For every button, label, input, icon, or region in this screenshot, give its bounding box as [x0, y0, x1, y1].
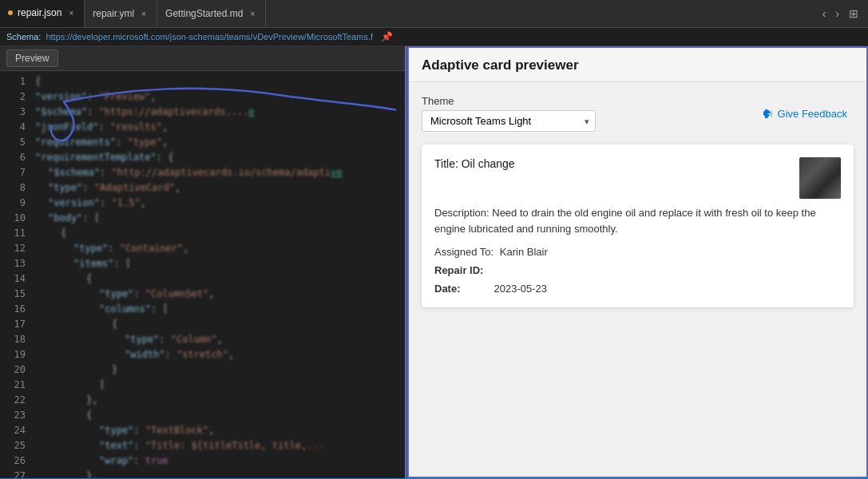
tab-label: repair.yml: [93, 8, 134, 19]
preview-panel-title: Adaptive card previewer: [422, 57, 579, 73]
card-date-value: 2023-05-23: [494, 283, 548, 295]
tab-close-button[interactable]: ×: [248, 9, 257, 19]
card-repair-id-label: Repair ID:: [434, 264, 483, 276]
theme-select-container: Microsoft Teams Light Microsoft Teams Da…: [422, 110, 596, 132]
tab-getting-started[interactable]: GettingStarted.md ×: [157, 0, 266, 27]
theme-label: Theme: [422, 95, 596, 107]
tab-bar: repair.json × repair.yml × GettingStarte…: [0, 0, 868, 28]
code-container: 12345 678910 1112131415 1617181920 21222…: [0, 71, 406, 478]
preview-panel-body: Theme Microsoft Teams Light Microsoft Te…: [409, 82, 866, 477]
tab-close-button[interactable]: ×: [66, 8, 76, 18]
preview-button[interactable]: Preview: [6, 49, 58, 67]
schema-label: Schema:: [6, 32, 41, 42]
card-assigned-to-label: Assigned To:: [434, 246, 493, 258]
scroll-left-icon[interactable]: ◂: [16, 478, 20, 479]
card-thumbnail-image: [799, 157, 841, 199]
schema-pin-icon[interactable]: 📌: [381, 31, 393, 42]
preview-panel-header: Adaptive card previewer: [409, 48, 866, 82]
card-date-label: Date:: [434, 283, 461, 295]
card-title: Title: Oil change: [434, 157, 790, 170]
split-editor-icon[interactable]: ⊞: [846, 6, 862, 22]
editor-toolbar: Preview: [0, 46, 406, 71]
feedback-label: Give Feedback: [778, 108, 847, 120]
feedback-icon: 🗣: [762, 107, 774, 121]
tab-actions: ‹ › ⊞: [819, 6, 868, 22]
split-container: Preview 12345 678910 1112131415 16171819…: [0, 46, 868, 478]
card-description: Description: Need to drain the old engin…: [434, 205, 841, 236]
tab-repair-yml[interactable]: repair.yml ×: [85, 0, 157, 27]
card-assigned-to-value: Karin Blair: [500, 246, 548, 258]
line-numbers: 12345 678910 1112131415 1617181920 21222…: [0, 71, 32, 478]
card-header-row: Title: Oil change: [434, 157, 841, 199]
editor-right-border: [405, 46, 406, 478]
give-feedback-button[interactable]: 🗣 Give Feedback: [755, 104, 854, 124]
card-repair-id-row: Repair ID:: [434, 264, 841, 276]
code-content[interactable]: { "version": "Preview", "$schema": "http…: [32, 71, 406, 478]
schema-url[interactable]: https://developer.microsoft.com/json-sch…: [46, 32, 373, 42]
tab-label: repair.json: [18, 7, 61, 18]
chevron-left-icon[interactable]: ‹: [819, 6, 830, 22]
chevron-right-icon[interactable]: ›: [832, 6, 842, 22]
card-date-row: Date: 2023-05-23: [434, 283, 841, 295]
tab-close-button[interactable]: ×: [139, 9, 149, 19]
tab-label: GettingStarted.md: [165, 8, 243, 19]
modified-indicator: [8, 10, 13, 15]
card-assigned-to-row: Assigned To: Karin Blair: [434, 246, 841, 258]
tab-repair-json[interactable]: repair.json ×: [0, 0, 85, 27]
preview-panel: Adaptive card previewer Theme Microsoft …: [407, 46, 868, 478]
theme-row: Theme Microsoft Teams Light Microsoft Te…: [422, 95, 854, 132]
schema-bar: Schema: https://developer.microsoft.com/…: [0, 28, 868, 46]
card-preview: Title: Oil change Description: Need to d…: [422, 144, 854, 307]
theme-select[interactable]: Microsoft Teams Light Microsoft Teams Da…: [422, 110, 596, 132]
editor-area: Preview 12345 678910 1112131415 16171819…: [0, 46, 407, 478]
theme-label-group: Theme Microsoft Teams Light Microsoft Te…: [422, 95, 596, 132]
